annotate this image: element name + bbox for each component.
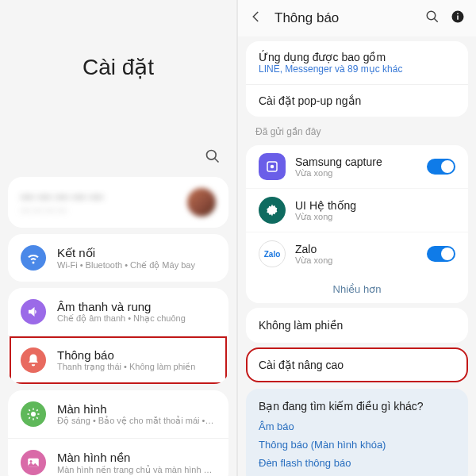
app-row-zalo[interactable]: ZaloZaloVừa xong bbox=[246, 232, 468, 275]
settings-item-sub: Màn hình nền trang chủ và màn hình khóa bbox=[57, 465, 216, 475]
wifi-icon bbox=[21, 245, 46, 271]
suggestion-link[interactable]: Thông báo (Màn hình khóa) bbox=[259, 439, 455, 451]
app-name: Zalo bbox=[295, 243, 417, 255]
notifications-settings-pane: Thông báo Ứng dụng được bao gồm LINE, Me… bbox=[238, 0, 476, 476]
svg-line-7 bbox=[29, 409, 30, 411]
svg-line-9 bbox=[29, 417, 30, 419]
search-icon[interactable] bbox=[205, 153, 221, 167]
do-not-disturb-item[interactable]: Không làm phiền bbox=[246, 308, 468, 343]
back-icon[interactable] bbox=[249, 10, 263, 27]
included-apps-title: Ứng dụng được bao gồm bbox=[259, 51, 455, 63]
suggestions-card: Bạn đang tìm kiếm điều gì khác? Âm báoTh… bbox=[246, 389, 468, 476]
settings-item-title: Kết nối bbox=[57, 246, 216, 260]
settings-group-card: Màn hìnhĐộ sáng • Bảo vệ cho mắt thoải m… bbox=[8, 390, 228, 476]
svg-line-14 bbox=[434, 18, 438, 22]
settings-item-title: Màn hình bbox=[57, 402, 216, 416]
settings-item-sub: Độ sáng • Bảo vệ cho mắt thoải mái • Tha… bbox=[57, 416, 216, 426]
settings-group-card: Kết nốiWi-Fi • Bluetooth • Chế độ Máy ba… bbox=[8, 234, 228, 282]
included-apps-card: Ứng dụng được bao gồm LINE, Messenger và… bbox=[246, 41, 468, 117]
included-apps-item[interactable]: Ứng dụng được bao gồm LINE, Messenger và… bbox=[246, 41, 468, 84]
app-row-samsung[interactable]: Samsung captureVừa xong bbox=[246, 145, 468, 188]
system-icon bbox=[259, 197, 286, 224]
app-row-system[interactable]: UI Hệ thốngVừa xong bbox=[246, 188, 468, 232]
page-title: Cài đặt bbox=[0, 54, 236, 80]
zalo-icon: Zalo bbox=[259, 240, 286, 267]
brief-popup-item[interactable]: Cài đặt pop-up ngắn bbox=[246, 84, 468, 117]
info-icon[interactable] bbox=[451, 10, 465, 27]
svg-point-13 bbox=[427, 11, 436, 20]
settings-item-bell[interactable]: Thông báoThanh trạng thái • Không làm ph… bbox=[8, 336, 228, 384]
suggestion-link[interactable]: Đèn flash thông báo bbox=[259, 457, 455, 469]
settings-item-image[interactable]: Màn hình nềnMàn hình nền trang chủ và mà… bbox=[8, 438, 228, 476]
svg-line-8 bbox=[36, 417, 38, 419]
recent-apps-card: Samsung captureVừa xongUI Hệ thốngVừa xo… bbox=[246, 145, 468, 303]
settings-group-card: Âm thanh và rungChế độ âm thanh • Nhạc c… bbox=[8, 288, 228, 384]
samsung-icon bbox=[259, 153, 286, 180]
svg-line-1 bbox=[215, 159, 219, 163]
settings-item-sub: Thanh trạng thái • Không làm phiền bbox=[57, 362, 216, 372]
search-icon[interactable] bbox=[425, 10, 440, 27]
sun-icon bbox=[21, 401, 46, 427]
svg-rect-17 bbox=[457, 13, 459, 15]
svg-line-10 bbox=[36, 409, 38, 411]
svg-rect-16 bbox=[457, 16, 459, 20]
settings-item-sun[interactable]: Màn hìnhĐộ sáng • Bảo vệ cho mắt thoải m… bbox=[8, 390, 228, 438]
bell-icon bbox=[21, 347, 46, 373]
app-sub: Vừa xong bbox=[295, 255, 417, 266]
settings-item-title: Âm thanh và rung bbox=[57, 300, 216, 313]
advanced-settings-item[interactable]: Cài đặt nâng cao bbox=[246, 347, 468, 382]
settings-item-wifi[interactable]: Kết nốiWi-Fi • Bluetooth • Chế độ Máy ba… bbox=[8, 234, 228, 282]
settings-item-sound[interactable]: Âm thanh và rungChế độ âm thanh • Nhạc c… bbox=[8, 288, 228, 336]
svg-point-19 bbox=[271, 165, 274, 169]
profile-sub: — — — — bbox=[21, 205, 187, 216]
profile-card[interactable]: — — — — — — — — — bbox=[8, 177, 228, 228]
avatar bbox=[187, 188, 216, 217]
app-sub: Vừa xong bbox=[295, 212, 455, 222]
app-name: Samsung capture bbox=[295, 155, 417, 168]
header-title: Thông báo bbox=[274, 10, 414, 26]
included-apps-sub: LINE, Messenger và 89 mục khác bbox=[259, 63, 455, 75]
settings-item-title: Thông báo bbox=[57, 348, 216, 362]
app-sub: Vừa xong bbox=[295, 168, 417, 178]
settings-item-sub: Chế độ âm thanh • Nhạc chuông bbox=[57, 313, 216, 324]
settings-item-sub: Wi-Fi • Bluetooth • Chế độ Máy bay bbox=[57, 260, 216, 271]
svg-point-2 bbox=[31, 412, 36, 416]
suggestions-title: Bạn đang tìm kiếm điều gì khác? bbox=[259, 400, 455, 413]
notification-toggle[interactable] bbox=[427, 159, 455, 175]
app-name: UI Hệ thống bbox=[295, 199, 455, 212]
recent-sent-label: Đã gửi gần đây bbox=[238, 121, 476, 140]
svg-point-0 bbox=[207, 151, 217, 160]
svg-point-12 bbox=[30, 460, 33, 463]
more-link[interactable]: Nhiều hơn bbox=[246, 275, 468, 303]
brief-popup-title: Cài đặt pop-up ngắn bbox=[259, 94, 455, 107]
settings-item-title: Màn hình nền bbox=[57, 451, 216, 465]
suggestion-link[interactable]: Âm báo bbox=[259, 420, 455, 432]
profile-name: — — — — — bbox=[21, 189, 187, 205]
header: Thông báo bbox=[238, 0, 476, 36]
sound-icon bbox=[21, 299, 46, 324]
notification-toggle[interactable] bbox=[427, 246, 455, 262]
search-row bbox=[0, 148, 236, 172]
settings-root-pane: Cài đặt — — — — — — — — — Kết nốiWi-Fi •… bbox=[0, 0, 238, 476]
image-icon bbox=[21, 450, 46, 475]
